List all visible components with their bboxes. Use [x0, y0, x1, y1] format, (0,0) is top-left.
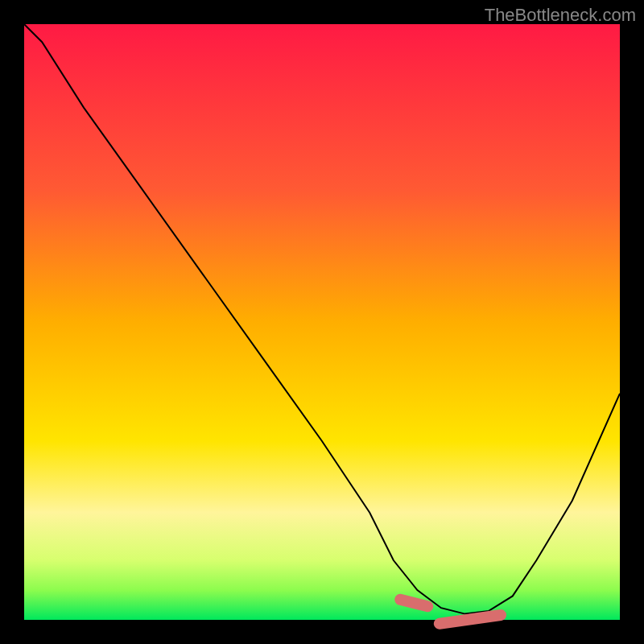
chart-container [24, 24, 620, 620]
branding-watermark: TheBottleneck.com [485, 5, 636, 26]
bottleneck-curve [24, 24, 620, 620]
